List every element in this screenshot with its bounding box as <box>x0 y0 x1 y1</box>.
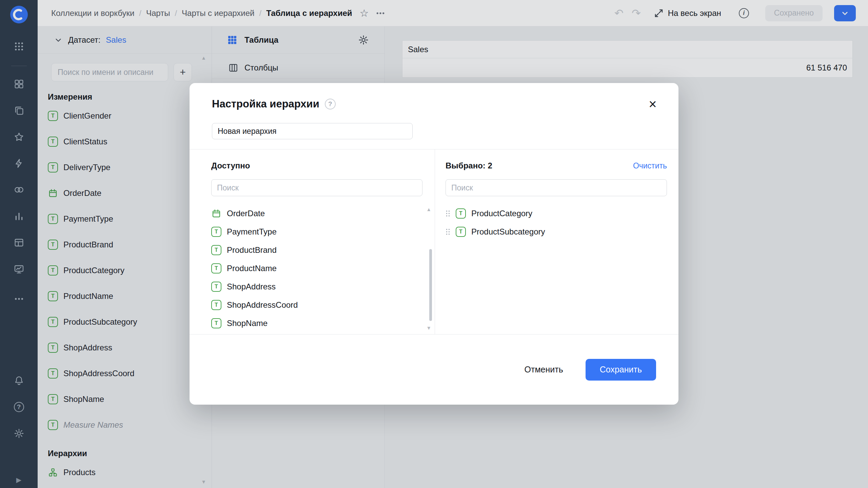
modal-title-row: Настройка иерархии ? <box>212 98 657 110</box>
text-field-icon: T <box>211 227 221 237</box>
selected-item[interactable]: T ProductCategory <box>446 204 667 223</box>
text-field-icon: T <box>211 318 221 328</box>
modal-header: Настройка иерархии ? × <box>190 83 678 149</box>
available-item-label: ShopAddress <box>227 282 276 291</box>
available-item[interactable]: TShopAddressCoord <box>211 296 422 314</box>
modal-footer: Отменить Сохранить <box>190 334 678 405</box>
available-item-label: ProductBrand <box>227 245 277 255</box>
available-item[interactable]: TProductName <box>211 259 422 278</box>
modal-title: Настройка иерархии <box>212 98 319 110</box>
available-item[interactable]: TProductBrand <box>211 241 422 259</box>
text-field-icon: T <box>456 227 466 237</box>
drag-handle-icon[interactable] <box>446 228 450 236</box>
selected-item-label: ProductCategory <box>471 209 532 218</box>
help-hint-icon[interactable]: ? <box>325 99 336 109</box>
selected-column-header: Выбрано: 2 Очистить <box>446 161 667 170</box>
available-item[interactable]: TShopAddress <box>211 278 422 296</box>
hierarchy-settings-modal: Настройка иерархии ? × Доступно OrderDat… <box>190 83 678 405</box>
close-icon[interactable]: × <box>645 97 660 111</box>
available-item-label: OrderDate <box>227 209 265 218</box>
available-item[interactable]: OrderDate <box>211 204 422 223</box>
selected-item[interactable]: T ProductSubcategory <box>446 223 667 241</box>
available-item-label: ShopAddressCoord <box>227 300 298 310</box>
text-field-icon: T <box>456 208 466 219</box>
selected-column: Выбрано: 2 Очистить T ProductCategory T <box>435 149 678 334</box>
scroll-up-icon[interactable]: ▲ <box>426 206 431 212</box>
selected-item-label: ProductSubcategory <box>471 227 545 237</box>
drag-handle-icon[interactable] <box>446 210 450 217</box>
available-item-label: PaymentType <box>227 227 277 237</box>
cancel-button[interactable]: Отменить <box>514 359 573 381</box>
selected-list: T ProductCategory T ProductSubcategory <box>446 204 667 241</box>
available-item-label: ShopName <box>227 319 268 328</box>
clear-selection-link[interactable]: Очистить <box>633 161 667 170</box>
save-button[interactable]: Сохранить <box>586 359 656 381</box>
available-item[interactable]: TShopName <box>211 314 422 332</box>
text-field-icon: T <box>211 245 221 255</box>
scrollbar-thumb[interactable] <box>429 249 432 321</box>
text-field-icon: T <box>211 300 221 310</box>
scroll-down-icon[interactable]: ▼ <box>426 325 431 331</box>
text-field-icon: T <box>211 263 221 273</box>
selected-title: Выбрано: 2 <box>446 161 492 170</box>
available-list: OrderDate TPaymentType TProductBrand TPr… <box>211 204 422 332</box>
calendar-field-icon <box>211 208 221 219</box>
available-item-label: ProductName <box>227 264 277 273</box>
available-title: Доступно <box>211 161 250 170</box>
text-field-icon: T <box>211 282 221 292</box>
modal-columns: Доступно OrderDate TPaymentType TProduct… <box>190 149 678 334</box>
available-column-header: Доступно <box>211 161 422 170</box>
available-item[interactable]: TPaymentType <box>211 223 422 241</box>
available-search-input[interactable] <box>211 179 422 196</box>
selected-search-input[interactable] <box>446 179 667 196</box>
available-column: Доступно OrderDate TPaymentType TProduct… <box>190 149 435 334</box>
hierarchy-name-input[interactable] <box>212 123 413 139</box>
